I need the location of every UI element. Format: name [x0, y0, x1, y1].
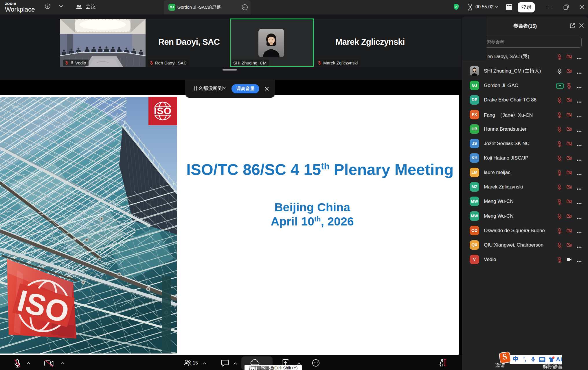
svg-text:ISO: ISO: [154, 105, 172, 116]
